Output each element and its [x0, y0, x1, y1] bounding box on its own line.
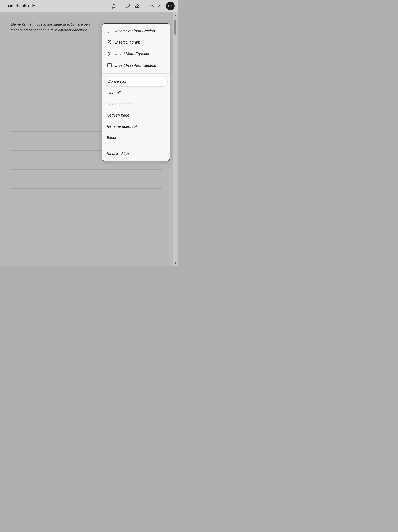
- menu-item-insert-freeform[interactable]: Insert Freeform Section: [102, 25, 170, 37]
- page-text-content-2: that are stationary or move in different…: [11, 28, 89, 32]
- menu-item-delete-selection: Delete selection: [102, 99, 170, 110]
- menu-item-refresh-page[interactable]: Refresh page: [102, 110, 170, 121]
- undo-icon: [149, 4, 154, 8]
- notebook-line: [11, 208, 162, 217]
- notebook-title: Notebook Title: [8, 4, 35, 8]
- menu-item-hints-tips[interactable]: Hints and tips: [102, 148, 170, 159]
- pen-icon: [126, 4, 131, 8]
- menu-item-label: Export: [107, 135, 118, 140]
- toolbar-drawing-tools: [124, 2, 141, 10]
- redo-icon: [158, 4, 163, 8]
- svg-rect-2: [108, 42, 109, 44]
- svg-point-3: [110, 43, 111, 44]
- menu-item-label: Hints and tips: [107, 151, 130, 156]
- pen-tool-button[interactable]: [124, 2, 132, 10]
- lasso-tool-button[interactable]: [110, 2, 117, 10]
- eraser-icon: [134, 4, 139, 8]
- menu-item-label: Convert all: [108, 79, 126, 84]
- menu-section-insert: Insert Freeform Section Insert Diagram ∑…: [102, 24, 170, 73]
- menu-section-hints: Hints and tips: [102, 146, 170, 161]
- menu-item-label: Insert Diagram: [115, 40, 140, 44]
- notebook-line: [11, 170, 162, 179]
- menu-section-actions: Convert all Clear all Delete selection R…: [102, 74, 170, 145]
- notebook-line: [11, 217, 162, 226]
- svg-rect-1: [110, 41, 111, 42]
- toolbar-left: ← Notebook Title: [3, 4, 107, 8]
- menu-item-insert-diagram[interactable]: Insert Diagram: [102, 37, 170, 48]
- scroll-up-button[interactable]: ▲: [173, 12, 178, 18]
- freeform-icon: [107, 29, 112, 33]
- lasso-icon: [111, 4, 116, 8]
- menu-item-export[interactable]: Export: [102, 132, 170, 143]
- math-icon: ∑: [107, 51, 112, 56]
- diagram-icon: [107, 40, 112, 44]
- scrollbar-track[interactable]: ▲ ▼: [173, 12, 178, 266]
- menu-item-label: Insert Free-form Section: [115, 63, 156, 68]
- menu-divider-2: [102, 146, 170, 146]
- notebook-line: [11, 179, 162, 189]
- redo-button[interactable]: [157, 2, 164, 10]
- freeform-section-icon: [107, 63, 112, 68]
- back-button[interactable]: ← Notebook Title: [3, 4, 35, 8]
- menu-item-label: Rename notebook: [107, 124, 137, 129]
- notebook-line: [11, 198, 162, 208]
- menu-item-label: Clear all: [107, 91, 120, 95]
- more-options-button[interactable]: •••: [166, 2, 174, 10]
- menu-item-rename-notebook[interactable]: Rename notebook: [102, 121, 170, 132]
- notebook-line: [11, 160, 162, 170]
- toolbar-right: •••: [148, 2, 174, 10]
- menu-item-label: Delete selection: [107, 102, 133, 106]
- menu-item-clear-all[interactable]: Clear all: [102, 87, 170, 99]
- page-area: Elements that move in the same direction…: [0, 12, 178, 266]
- scroll-down-button[interactable]: ▼: [173, 260, 178, 266]
- menu-item-insert-math[interactable]: ∑ Insert Math Equation: [102, 48, 170, 60]
- notebook-line: [11, 189, 162, 198]
- menu-item-insert-freeform-section[interactable]: Insert Free-form Section: [102, 60, 170, 71]
- undo-button[interactable]: [148, 2, 155, 10]
- menu-item-label: Refresh page: [107, 113, 129, 117]
- svg-rect-0: [108, 41, 109, 42]
- dropdown-menu: Insert Freeform Section Insert Diagram ∑…: [102, 24, 170, 161]
- menu-item-convert-all[interactable]: Convert all: [104, 76, 168, 87]
- more-dots-icon: •••: [167, 4, 173, 8]
- scroll-thumb[interactable]: [174, 20, 176, 35]
- menu-item-label: Insert Math Equation: [115, 52, 150, 56]
- page-text-content: Elements that move in the same direction…: [11, 22, 91, 26]
- menu-item-label: Insert Freeform Section: [115, 29, 155, 33]
- svg-rect-4: [107, 63, 111, 67]
- eraser-tool-button[interactable]: [133, 2, 141, 10]
- toolbar: ← Notebook Title: [0, 0, 178, 12]
- back-arrow-icon: ←: [3, 4, 7, 8]
- menu-divider-1: [102, 73, 170, 74]
- toolbar-center: [110, 2, 117, 10]
